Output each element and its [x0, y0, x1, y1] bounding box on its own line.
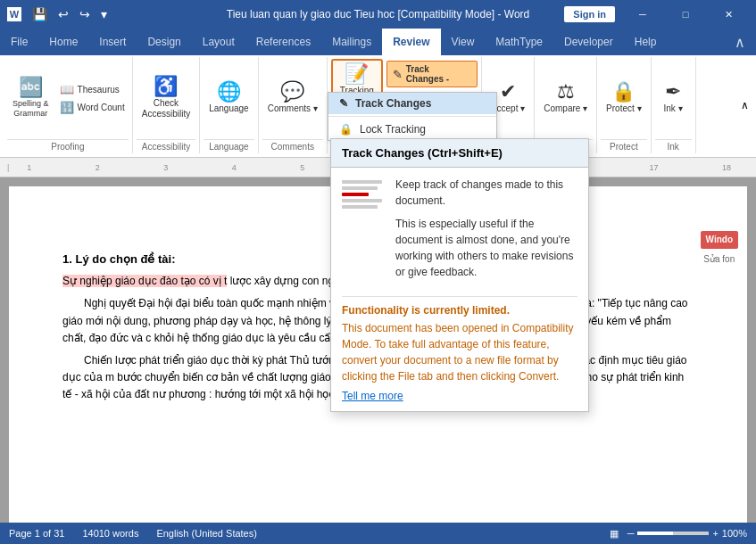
accessibility-group-label: Accessibility — [137, 139, 195, 152]
window-controls: ─ □ ✕ — [622, 0, 749, 29]
compare-buttons: ⚖ Compare ▾ — [538, 59, 593, 137]
windo-text: Sửa fon — [703, 252, 735, 267]
tc-track-icon: ✎ — [339, 97, 348, 110]
tab-home[interactable]: Home — [38, 29, 88, 55]
track-changes-tooltip: Track Changes (Ctrl+Shift+E) Keep track … — [330, 138, 589, 412]
accept-icon: ✔ — [500, 82, 516, 102]
tab-mailings[interactable]: Mailings — [321, 29, 382, 55]
zoom-slider[interactable] — [637, 532, 709, 535]
layout-icon[interactable]: ▦ — [610, 528, 619, 540]
tooltip-desc-1: Keep track of changes made to this docum… — [395, 177, 577, 209]
protect-label: Protect ▾ — [606, 103, 641, 114]
language-button[interactable]: 🌐 Language — [204, 80, 254, 116]
tooltip-line-3 — [342, 199, 382, 202]
tooltip-limited-section: Functionality is currently limited. This… — [342, 296, 577, 402]
track-changes-icon: ✎ — [393, 68, 403, 81]
close-button[interactable]: ✕ — [708, 0, 749, 29]
status-bar-right: ▦ ─ + 100% — [610, 528, 747, 540]
zoom-in-button[interactable]: + — [712, 528, 718, 539]
tab-mathtype[interactable]: MathType — [485, 29, 553, 55]
tooltip-title: Track Changes (Ctrl+Shift+E) — [342, 146, 503, 160]
tc-track-changes-item[interactable]: ✎ Track Changes — [328, 93, 496, 114]
window-title: Tieu luan quan ly giao duc Tieu hoc [Com… — [227, 8, 530, 21]
spelling-grammar-button[interactable]: 🔤 Spelling &Grammar — [7, 76, 54, 120]
restore-button[interactable]: □ — [665, 0, 706, 29]
redo-button[interactable]: ↪ — [76, 5, 94, 23]
tooltip-header: Track Changes (Ctrl+Shift+E) — [331, 139, 588, 168]
word-count-status: 14010 words — [82, 528, 138, 539]
tab-file[interactable]: File — [0, 29, 38, 55]
thesaurus-button[interactable]: 📖 Thesaurus — [56, 81, 129, 98]
tooltip-line-2 — [342, 186, 378, 190]
qat-more-button[interactable]: ▾ — [97, 5, 111, 23]
tab-layout[interactable]: Layout — [192, 29, 245, 55]
zoom-out-button[interactable]: ─ — [627, 528, 635, 539]
tooltip-illustration — [342, 180, 386, 209]
ribbon-collapse-button[interactable]: ∧ — [724, 29, 756, 55]
thesaurus-icon: 📖 — [60, 83, 74, 96]
tooltip-desc-2: This is especially useful if the documen… — [395, 216, 577, 280]
ink-button[interactable]: ✒ Ink ▾ — [655, 80, 691, 116]
title-bar-left: W 💾 ↩ ↪ ▾ — [7, 5, 111, 23]
ink-icon: ✒ — [665, 82, 681, 102]
title-bar: W 💾 ↩ ↪ ▾ Tieu luan quan ly giao duc Tie… — [0, 0, 756, 29]
tab-help[interactable]: Help — [624, 29, 668, 55]
save-button[interactable]: 💾 — [29, 5, 51, 23]
comments-icon: 💬 — [280, 82, 304, 102]
language-icon: 🌐 — [217, 82, 241, 102]
word-count-button[interactable]: 🔢 Word Count — [56, 99, 129, 116]
comments-group: 💬 Comments ▾ Comments — [259, 57, 328, 153]
tooltip-limited-text: This document has been opened in Compati… — [342, 320, 577, 384]
tc-lock-icon: 🔒 — [339, 123, 353, 136]
protect-button[interactable]: 🔒 Protect ▾ — [601, 80, 646, 116]
track-changes-dropdown-button[interactable]: ✎ TrackChanges - — [386, 61, 478, 87]
comments-buttons: 💬 Comments ▾ — [262, 59, 323, 137]
check-accessibility-button[interactable]: ♿ CheckAccessibility — [137, 75, 195, 121]
tab-design[interactable]: Design — [137, 29, 191, 55]
undo-button[interactable]: ↩ — [54, 5, 72, 23]
tab-insert[interactable]: Insert — [88, 29, 137, 55]
tc-track-label: Track Changes — [355, 97, 431, 110]
comments-button[interactable]: 💬 Comments ▾ — [262, 80, 323, 116]
tab-developer[interactable]: Developer — [553, 29, 624, 55]
minimize-button[interactable]: ─ — [622, 0, 663, 29]
ribbon-collapse-arrow[interactable]: ∧ — [737, 57, 752, 153]
tc-lock-item[interactable]: 🔒 Lock Tracking — [328, 119, 496, 140]
comments-label: Comments ▾ — [268, 103, 318, 114]
ribbon-tab-bar: File Home Insert Design Layout Reference… — [0, 29, 756, 55]
tab-references[interactable]: References — [245, 29, 321, 55]
page-info: Page 1 of 31 — [9, 528, 64, 539]
tooltip-body: Keep track of changes made to this docum… — [331, 168, 588, 411]
language-status: English (United States) — [156, 528, 257, 539]
protect-icon: 🔒 — [611, 82, 636, 102]
tooltip-line-4 — [342, 205, 378, 209]
spelling-label: Spelling &Grammar — [12, 99, 49, 119]
language-group: 🌐 Language Language — [200, 57, 259, 153]
track-changes-label: TrackChanges - — [406, 64, 449, 84]
word-count-label: Word Count — [78, 103, 125, 112]
compare-icon: ⚖ — [557, 82, 575, 102]
accessibility-group: ♿ CheckAccessibility Accessibility — [133, 57, 200, 153]
proofing-group-label: Proofing — [7, 139, 129, 152]
accessibility-label: CheckAccessibility — [142, 98, 190, 120]
tooltip-limited-title: Functionality is currently limited. — [342, 304, 577, 317]
word-count-icon: 🔢 — [60, 101, 74, 114]
ink-label: Ink ▾ — [664, 103, 683, 114]
compare-button[interactable]: ⚖ Compare ▾ — [538, 80, 593, 116]
protect-group-label: Protect — [601, 139, 646, 152]
spelling-icon: 🔤 — [19, 78, 43, 97]
tooltip-tell-more-link[interactable]: Tell me more — [342, 390, 403, 402]
tab-view[interactable]: View — [441, 29, 486, 55]
tc-lock-label: Lock Tracking — [360, 123, 426, 136]
tab-review[interactable]: Review — [382, 29, 440, 55]
proofing-group: 🔤 Spelling &Grammar 📖 Thesaurus 🔢 Word C… — [4, 57, 133, 153]
paragraph-1-highlighted: Sự nghiệp giáo dục đào tạo có vị t — [62, 275, 227, 287]
zoom-fill — [637, 532, 673, 535]
track-changes-dropdown: ✎ Track Changes 🔒 Lock Tracking — [328, 92, 497, 141]
comments-group-label: Comments — [262, 139, 323, 152]
accessibility-icon: ♿ — [154, 77, 178, 96]
accessibility-buttons: ♿ CheckAccessibility — [137, 59, 195, 137]
signin-button[interactable]: Sign in — [564, 6, 615, 22]
zoom-controls: ─ + 100% — [627, 528, 747, 539]
word-icon: W — [7, 7, 21, 21]
